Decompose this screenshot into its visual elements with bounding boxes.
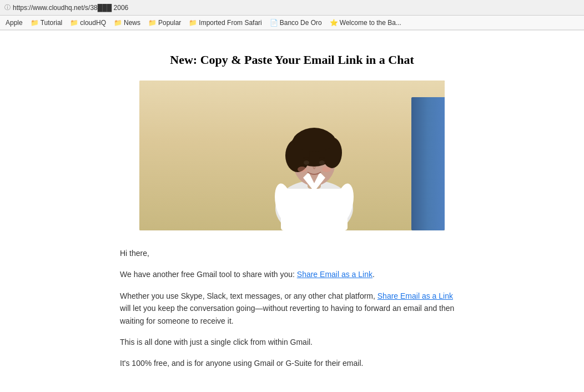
bookmark-welcome-label: Welcome to the Ba... [340, 19, 401, 27]
svg-point-14 [322, 167, 331, 172]
paragraph-intro: We have another free Gmail tool to share… [120, 268, 464, 280]
paragraph-greeting: Hi there, [120, 247, 464, 259]
bookmark-imported-safari[interactable]: 📁 Imported From Safari [185, 18, 265, 28]
binder-decoration [411, 97, 445, 230]
bookmark-banco[interactable]: 📄 Banco De Oro [266, 18, 325, 28]
folder-icon-cloudhq: 📁 [70, 19, 78, 27]
main-content: New: Copy & Paste Your Email Link in a C… [42, 31, 542, 392]
paragraph-desc-after: will let you keep the conversation going… [120, 304, 454, 325]
bookmark-news-label: News [124, 19, 140, 27]
paragraph-desc-before: Whether you use Skype, Slack, text messa… [120, 292, 377, 300]
folder-icon-news: 📁 [114, 19, 122, 27]
share-email-link-1[interactable]: Share Email as a Link [297, 270, 372, 279]
hero-image-container [53, 81, 531, 230]
bookmark-apple-label: Apple [6, 19, 23, 27]
hero-image [139, 81, 445, 230]
bookmark-popular-label: Popular [158, 19, 181, 27]
bookmark-apple[interactable]: Apple [2, 18, 26, 28]
article-title: New: Copy & Paste Your Email Link in a C… [53, 53, 531, 67]
bookmark-news[interactable]: 📁 News [110, 18, 144, 28]
folder-icon-popular: 📁 [148, 19, 157, 27]
folder-icon-safari: 📁 [189, 19, 197, 27]
bookmark-cloudhq-label: cloudHQ [80, 19, 106, 27]
bookmarks-bar: Apple 📁 Tutorial 📁 cloudHQ 📁 News 📁 Popu… [0, 16, 584, 30]
svg-point-6 [293, 129, 335, 152]
bookmark-welcome[interactable]: ⭐ Welcome to the Ba... [326, 18, 405, 28]
star-icon-welcome: ⭐ [330, 19, 338, 27]
paragraph-single-click: This is all done with just a single clic… [120, 336, 464, 348]
article-body: Hi there, We have another free Gmail too… [120, 247, 464, 370]
url-display[interactable]: https://www.cloudhq.net/s/38███ 2006 [13, 4, 128, 12]
bookmark-tutorial-label: Tutorial [41, 19, 63, 27]
bookmark-tutorial[interactable]: 📁 Tutorial [27, 18, 66, 28]
folder-icon-tutorial: 📁 [31, 19, 39, 27]
svg-point-11 [304, 160, 309, 165]
share-email-link-2[interactable]: Share Email as a Link [377, 292, 453, 300]
security-icon: ⓘ [4, 3, 11, 12]
woman-svg [242, 81, 409, 230]
paragraph-description: Whether you use Skype, Slack, text messa… [120, 290, 464, 327]
paragraph-free: It's 100% free, and is for anyone using … [120, 357, 464, 369]
svg-point-13 [298, 167, 306, 172]
bookmark-popular[interactable]: 📁 Popular [145, 18, 184, 28]
svg-point-12 [319, 160, 325, 165]
bookmark-safari-label: Imported From Safari [199, 19, 261, 27]
bookmark-banco-label: Banco De Oro [280, 19, 322, 27]
paragraph-intro-after: . [372, 270, 375, 279]
page-icon-banco: 📄 [270, 19, 278, 27]
paragraph-intro-before: We have another free Gmail tool to share… [120, 270, 297, 279]
address-bar: ⓘ https://www.cloudhq.net/s/38███ 2006 [0, 0, 584, 16]
bookmark-cloudhq[interactable]: 📁 cloudHQ [67, 18, 109, 28]
